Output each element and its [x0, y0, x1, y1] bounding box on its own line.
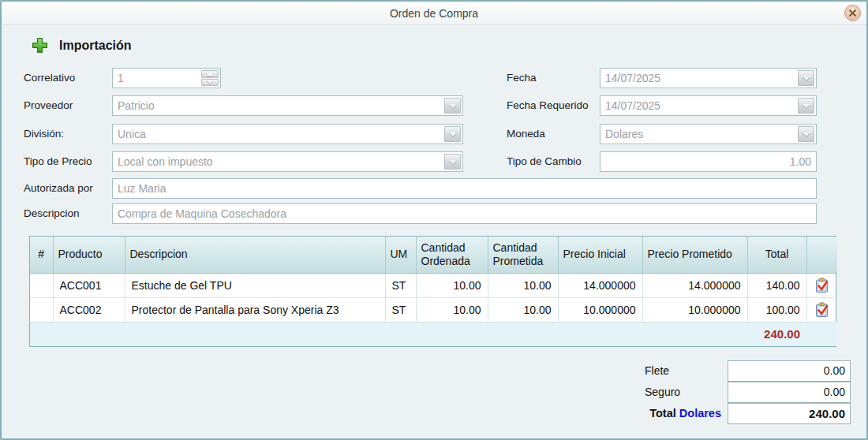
tipo-cambio-input[interactable]: 1.00	[600, 151, 817, 172]
row-num	[30, 297, 53, 322]
fecha-value: 14/07/2025	[605, 72, 660, 84]
fecha-requerido-value: 14/07/2025	[605, 99, 660, 112]
row-precio-inicial: 14.000000	[558, 273, 642, 297]
row-descripcion: Protector de Pantalla para Sony Xperia Z…	[125, 297, 385, 322]
spinner-up-icon[interactable]	[201, 70, 219, 78]
tipo-cambio-label: Tipo de Cambio	[507, 151, 582, 172]
tipo-precio-label: Tipo de Precio	[24, 151, 92, 172]
seguro-input[interactable]: 0.00	[728, 382, 851, 403]
fecha-dropdown-icon[interactable]	[798, 70, 814, 86]
moneda-value: Dolares	[605, 128, 643, 140]
tipo-precio-dropdown-icon[interactable]	[444, 154, 461, 170]
autorizada-por-label: Autorizada por	[24, 178, 93, 199]
col-precio-prometido: Precio Prometido	[642, 237, 747, 273]
row-total: 140.00	[747, 273, 806, 297]
add-plus-icon[interactable]	[32, 37, 48, 54]
row-producto: ACC002	[53, 297, 125, 322]
grand-total-value: 240.00	[728, 403, 851, 424]
division-select[interactable]: Unica	[112, 124, 463, 144]
correlativo-label: Correlativo	[24, 68, 75, 88]
proveedor-value: Patricio	[118, 99, 155, 112]
fecha-requerido-input[interactable]: 14/07/2025	[600, 95, 817, 116]
autorizada-por-input[interactable]: Luz Maria	[112, 178, 817, 199]
proveedor-dropdown-icon[interactable]	[444, 98, 461, 114]
row-descripcion: Estuche de Gel TPU	[125, 273, 385, 297]
table-header: # Producto Descripcion UM Cantidad Orden…	[30, 237, 837, 273]
row-precio-prometido: 10.000000	[642, 297, 747, 322]
section-header: Importación	[32, 37, 132, 54]
moneda-label: Moneda	[507, 124, 545, 144]
edit-row-clipboard-icon[interactable]	[815, 278, 829, 293]
fecha-requerido-label: Fecha Requerido	[507, 95, 589, 116]
grand-total-word: Total	[649, 407, 676, 419]
row-cantidad-ordenada: 10.00	[416, 273, 488, 297]
col-producto: Producto	[53, 237, 125, 273]
correlativo-value: 1	[118, 72, 124, 84]
row-precio-prometido: 14.000000	[642, 273, 747, 297]
edit-row-clipboard-icon[interactable]	[815, 302, 829, 318]
grand-total-currency: Dolares	[679, 407, 721, 419]
col-cantidad-prometida: Cantidad Prometida	[488, 237, 558, 273]
row-producto: ACC001	[53, 273, 125, 297]
flete-input[interactable]: 0.00	[728, 360, 851, 382]
correlativo-input[interactable]: 1	[112, 68, 221, 88]
window-title: Orden de Compra	[2, 2, 866, 25]
spinner-down-icon[interactable]	[201, 79, 219, 87]
col-descripcion: Descripcion	[125, 237, 385, 273]
row-cantidad-prometida: 10.00	[488, 297, 558, 322]
tipo-precio-select[interactable]: Local con impuesto	[112, 151, 463, 172]
descripcion-input[interactable]: Compra de Maquina Cosechadora	[112, 203, 817, 224]
table-footer: 240.00	[30, 322, 837, 346]
col-cantidad-ordenada: Cantidad Ordenada	[416, 237, 488, 273]
table-row: ACC001 Estuche de Gel TPU ST 10.00 10.00…	[30, 273, 837, 297]
seguro-label: Seguro	[645, 382, 680, 402]
col-precio-inicial: Precio Inicial	[558, 237, 642, 273]
division-dropdown-icon[interactable]	[444, 126, 461, 142]
titlebar: Orden de Compra	[2, 2, 866, 25]
row-total: 100.00	[747, 297, 806, 322]
fecha-label: Fecha	[507, 68, 537, 88]
table-row: ACC002 Protector de Pantalla para Sony X…	[30, 297, 837, 322]
col-num: #	[30, 237, 53, 273]
flete-label: Flete	[645, 360, 669, 381]
division-label: División:	[24, 124, 64, 144]
row-cantidad-prometida: 10.00	[488, 273, 558, 297]
division-value: Unica	[118, 128, 146, 140]
close-icon[interactable]	[844, 5, 861, 21]
fecha-requerido-dropdown-icon[interactable]	[798, 98, 814, 114]
col-total: Total	[747, 237, 806, 273]
row-num	[30, 273, 53, 297]
section-title: Importación	[59, 39, 132, 53]
items-table: # Producto Descripcion UM Cantidad Orden…	[29, 236, 836, 347]
proveedor-label: Proveedor	[24, 95, 73, 116]
row-precio-inicial: 10.000000	[558, 297, 642, 322]
grand-total-label: Total Dolares	[586, 403, 721, 423]
col-actions	[806, 237, 837, 273]
orden-de-compra-dialog: Orden de Compra Importación Correlativo …	[0, 0, 868, 440]
table-sum-total: 240.00	[747, 322, 806, 346]
correlativo-spinner	[201, 70, 219, 86]
moneda-select[interactable]: Dolares	[600, 124, 817, 144]
x-glyph	[848, 9, 857, 17]
row-um: ST	[385, 297, 416, 322]
tipo-precio-value: Local con impuesto	[118, 155, 213, 168]
row-cantidad-ordenada: 10.00	[416, 297, 488, 322]
col-um: UM	[385, 237, 416, 273]
fecha-input[interactable]: 14/07/2025	[600, 68, 817, 88]
row-um: ST	[385, 273, 416, 297]
moneda-dropdown-icon[interactable]	[798, 126, 814, 142]
descripcion-label: Descripcion	[24, 203, 80, 224]
proveedor-select[interactable]: Patricio	[112, 95, 463, 116]
